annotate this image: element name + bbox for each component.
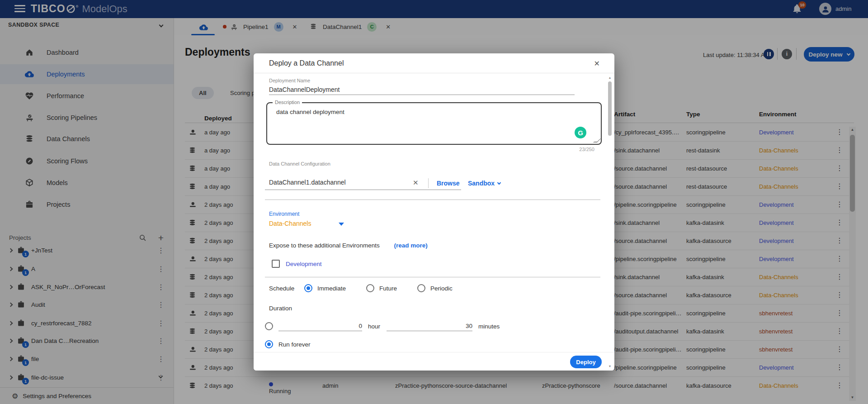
read-more-link[interactable]: (read more) (394, 242, 427, 249)
app-screen: TIBCO ® ModelOps 10 admin SANDBOX SPACE … (0, 0, 868, 404)
modal-scrollbar[interactable]: ▲ ▼ (607, 75, 613, 369)
dropdown-caret-icon[interactable] (339, 223, 344, 226)
environment-select[interactable]: Data-Channels (269, 220, 311, 227)
scroll-up-icon[interactable]: ▲ (607, 75, 613, 81)
deployment-name-label: Deployment Name (269, 78, 310, 83)
radio-future[interactable]: Future (366, 284, 397, 292)
deploy-button[interactable]: Deploy (570, 356, 602, 368)
config-input[interactable]: DataChannel1.datachannel (265, 176, 461, 190)
schedule-label: Schedule (269, 285, 304, 292)
scope-dropdown[interactable]: Sandbox (468, 180, 500, 187)
scroll-down-icon[interactable]: ▼ (607, 364, 613, 369)
radio-icon[interactable] (366, 284, 374, 292)
deployment-name-input[interactable] (269, 84, 575, 95)
divider (265, 277, 600, 277)
minutes-unit-label: minutes (478, 323, 500, 330)
modal-footer: Deploy (254, 352, 614, 371)
description-label: Description (273, 100, 302, 105)
development-checkbox-label[interactable]: Development (286, 261, 322, 267)
duration-timed-option: hour minutes (265, 321, 500, 331)
resize-handle[interactable] (593, 138, 602, 143)
schedule-section: Schedule Immediate Future Periodic (269, 284, 540, 292)
clear-icon[interactable]: ✕ (413, 179, 419, 187)
radio-icon[interactable] (265, 322, 273, 330)
grammarly-icon[interactable]: G (575, 127, 586, 138)
chevron-down-icon (497, 181, 501, 184)
divider (428, 178, 429, 188)
expose-section: Expose to these additional Environments … (269, 242, 428, 249)
radio-icon[interactable] (265, 340, 273, 348)
close-icon[interactable]: ✕ (591, 58, 603, 69)
minutes-input[interactable] (387, 321, 472, 331)
radio-immediate[interactable]: Immediate (304, 284, 346, 292)
hour-input[interactable] (278, 321, 362, 331)
modal-title: Deploy a Data Channel (269, 59, 344, 67)
hour-unit-label: hour (368, 323, 380, 330)
deploy-data-channel-modal: Deploy a Data Channel ✕ Deployment Name … (254, 53, 614, 371)
character-counter: 23/250 (579, 147, 594, 152)
run-forever-option[interactable]: Run forever (265, 340, 311, 348)
radio-icon[interactable] (417, 284, 425, 292)
description-field: Description data channel deployment G (266, 102, 602, 145)
scrollbar-thumb[interactable] (608, 81, 612, 136)
config-label: Data Channel Configuration (269, 161, 330, 166)
description-input[interactable]: data channel deployment (276, 109, 557, 140)
environment-label: Environment (269, 211, 299, 217)
browse-button[interactable]: Browse (437, 180, 460, 187)
development-checkbox[interactable] (272, 260, 280, 268)
radio-periodic[interactable]: Periodic (417, 284, 453, 292)
divider (265, 200, 600, 200)
radio-icon[interactable] (304, 284, 312, 292)
modal-header: Deploy a Data Channel ✕ (254, 53, 614, 73)
duration-label: Duration (269, 305, 292, 312)
